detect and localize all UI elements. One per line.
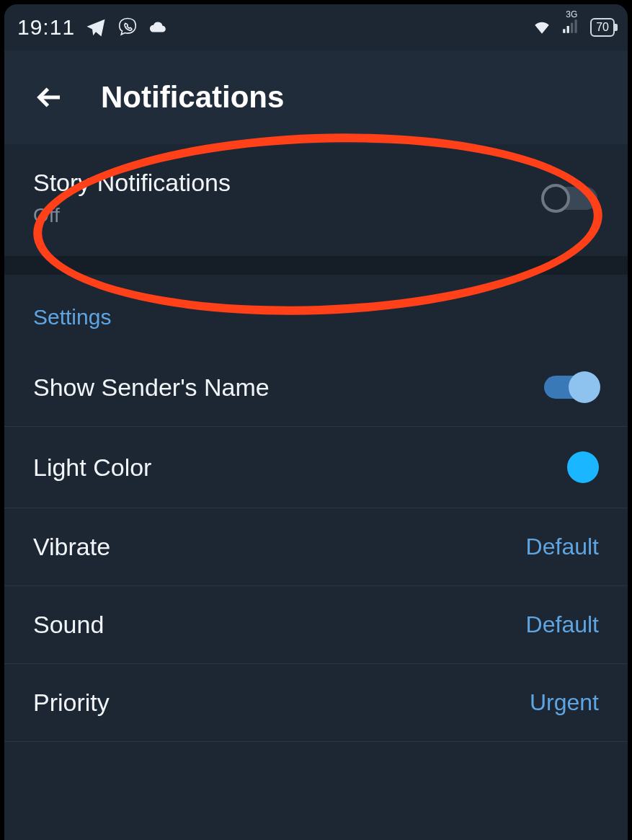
row-vibrate[interactable]: Vibrate Default bbox=[4, 508, 628, 586]
light-color-swatch bbox=[567, 451, 599, 483]
row-priority[interactable]: Priority Urgent bbox=[4, 664, 628, 742]
row-sound[interactable]: Sound Default bbox=[4, 586, 628, 664]
svg-rect-2 bbox=[571, 23, 573, 33]
vibrate-label: Vibrate bbox=[33, 533, 110, 561]
app-panel: 19:11 3G 70 bbox=[4, 4, 628, 840]
wifi-icon bbox=[533, 18, 551, 37]
light-color-label: Light Color bbox=[33, 454, 151, 482]
screen: 19:11 3G 70 bbox=[0, 0, 632, 840]
sound-value: Default bbox=[526, 611, 599, 638]
status-right: 3G 70 bbox=[533, 17, 615, 38]
vibrate-value: Default bbox=[526, 534, 599, 560]
svg-rect-3 bbox=[575, 19, 577, 32]
toggle-knob bbox=[569, 371, 600, 403]
priority-label: Priority bbox=[33, 689, 110, 717]
row-light-color[interactable]: Light Color bbox=[4, 427, 628, 508]
arrow-left-icon bbox=[35, 83, 63, 112]
clock: 19:11 bbox=[17, 15, 75, 40]
telegram-icon bbox=[85, 17, 107, 38]
svg-rect-1 bbox=[567, 26, 569, 33]
story-notifications-toggle[interactable] bbox=[543, 184, 599, 213]
show-sender-toggle[interactable] bbox=[543, 373, 599, 402]
story-notifications-state: Off bbox=[33, 204, 231, 227]
settings-section: Settings Show Sender's Name Light Color … bbox=[4, 275, 628, 742]
story-notifications-label: Story Notifications bbox=[33, 169, 231, 197]
viber-icon bbox=[117, 17, 138, 38]
settings-title: Settings bbox=[4, 298, 628, 348]
sound-label: Sound bbox=[33, 611, 104, 639]
section-gap bbox=[4, 256, 628, 275]
back-button[interactable] bbox=[32, 80, 66, 115]
status-left: 19:11 bbox=[17, 15, 167, 40]
row-show-sender[interactable]: Show Sender's Name bbox=[4, 348, 628, 427]
priority-value: Urgent bbox=[530, 689, 599, 716]
battery-indicator: 70 bbox=[590, 18, 615, 37]
battery-percent: 70 bbox=[596, 21, 609, 34]
story-notifications-text: Story Notifications Off bbox=[33, 169, 231, 227]
show-sender-label: Show Sender's Name bbox=[33, 373, 270, 402]
network-label: 3G bbox=[566, 9, 577, 19]
status-bar: 19:11 3G 70 bbox=[4, 4, 628, 50]
signal-wrap: 3G bbox=[561, 17, 580, 38]
svg-rect-0 bbox=[563, 29, 565, 32]
page-title: Notifications bbox=[101, 80, 284, 115]
cloud-icon bbox=[148, 18, 167, 37]
toggle-knob bbox=[541, 184, 570, 213]
header: Notifications bbox=[4, 50, 628, 144]
story-notifications-row[interactable]: Story Notifications Off bbox=[4, 144, 628, 256]
